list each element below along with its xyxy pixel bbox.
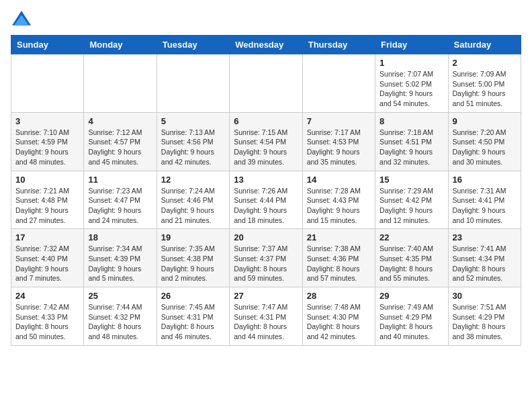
cell-info: Sunrise: 7:07 AM Sunset: 5:02 PM Dayligh… xyxy=(380,69,443,109)
cell-day-number: 28 xyxy=(307,291,371,301)
cell-info: Sunrise: 7:10 AM Sunset: 4:59 PM Dayligh… xyxy=(15,128,79,167)
calendar-header: SundayMondayTuesdayWednesdayThursdayFrid… xyxy=(11,36,521,54)
week-row-3: 10Sunrise: 7:21 AM Sunset: 4:48 PM Dayli… xyxy=(11,171,521,229)
calendar-cell: 9Sunrise: 7:20 AM Sunset: 4:50 PM Daylig… xyxy=(448,112,521,171)
cell-day-number: 5 xyxy=(161,116,225,126)
cell-info: Sunrise: 7:24 AM Sunset: 4:46 PM Dayligh… xyxy=(161,186,225,226)
calendar-cell: 13Sunrise: 7:26 AM Sunset: 4:44 PM Dayli… xyxy=(230,171,302,229)
weekday-row: SundayMondayTuesdayWednesdayThursdayFrid… xyxy=(11,36,521,54)
cell-info: Sunrise: 7:28 AM Sunset: 4:43 PM Dayligh… xyxy=(307,186,371,226)
cell-day-number: 7 xyxy=(307,116,371,126)
week-row-1: 1Sunrise: 7:07 AM Sunset: 5:02 PM Daylig… xyxy=(11,54,521,113)
calendar-cell: 10Sunrise: 7:21 AM Sunset: 4:48 PM Dayli… xyxy=(11,171,84,229)
cell-info: Sunrise: 7:32 AM Sunset: 4:40 PM Dayligh… xyxy=(15,244,79,283)
cell-info: Sunrise: 7:21 AM Sunset: 4:48 PM Dayligh… xyxy=(15,186,79,226)
cell-info: Sunrise: 7:40 AM Sunset: 4:35 PM Dayligh… xyxy=(380,244,443,283)
calendar-cell: 7Sunrise: 7:17 AM Sunset: 4:53 PM Daylig… xyxy=(302,112,375,171)
calendar-cell: 4Sunrise: 7:12 AM Sunset: 4:57 PM Daylig… xyxy=(84,112,157,171)
weekday-header-wednesday: Wednesday xyxy=(230,36,302,54)
cell-day-number: 23 xyxy=(453,232,517,242)
cell-info: Sunrise: 7:26 AM Sunset: 4:44 PM Dayligh… xyxy=(234,186,298,226)
calendar-cell: 21Sunrise: 7:38 AM Sunset: 4:36 PM Dayli… xyxy=(302,229,375,287)
weekday-header-monday: Monday xyxy=(84,36,157,54)
weekday-header-saturday: Saturday xyxy=(448,36,521,54)
calendar-cell: 22Sunrise: 7:40 AM Sunset: 4:35 PM Dayli… xyxy=(375,229,448,287)
cell-day-number: 18 xyxy=(88,232,152,242)
cell-info: Sunrise: 7:45 AM Sunset: 4:31 PM Dayligh… xyxy=(161,302,225,342)
calendar-cell: 2Sunrise: 7:09 AM Sunset: 5:00 PM Daylig… xyxy=(448,54,521,113)
calendar-cell: 20Sunrise: 7:37 AM Sunset: 4:37 PM Dayli… xyxy=(230,229,302,287)
cell-info: Sunrise: 7:38 AM Sunset: 4:36 PM Dayligh… xyxy=(307,244,371,283)
cell-day-number: 9 xyxy=(453,116,517,126)
cell-day-number: 25 xyxy=(88,291,152,301)
cell-day-number: 3 xyxy=(15,116,79,126)
calendar-table: SundayMondayTuesdayWednesdayThursdayFrid… xyxy=(11,35,521,346)
cell-info: Sunrise: 7:49 AM Sunset: 4:29 PM Dayligh… xyxy=(380,302,443,342)
cell-day-number: 22 xyxy=(380,232,443,242)
cell-day-number: 26 xyxy=(161,291,225,301)
weekday-header-friday: Friday xyxy=(375,36,448,54)
calendar-cell: 6Sunrise: 7:15 AM Sunset: 4:54 PM Daylig… xyxy=(230,112,302,171)
cell-day-number: 13 xyxy=(234,175,298,185)
cell-info: Sunrise: 7:44 AM Sunset: 4:32 PM Dayligh… xyxy=(88,302,152,342)
weekday-header-thursday: Thursday xyxy=(302,36,375,54)
cell-info: Sunrise: 7:34 AM Sunset: 4:39 PM Dayligh… xyxy=(88,244,152,283)
calendar-cell: 11Sunrise: 7:23 AM Sunset: 4:47 PM Dayli… xyxy=(84,171,157,229)
calendar-cell xyxy=(157,54,229,113)
cell-info: Sunrise: 7:20 AM Sunset: 4:50 PM Dayligh… xyxy=(453,128,517,167)
cell-info: Sunrise: 7:31 AM Sunset: 4:41 PM Dayligh… xyxy=(453,186,517,226)
cell-day-number: 12 xyxy=(161,175,225,185)
week-row-2: 3Sunrise: 7:10 AM Sunset: 4:59 PM Daylig… xyxy=(11,112,521,171)
cell-info: Sunrise: 7:41 AM Sunset: 4:34 PM Dayligh… xyxy=(453,244,517,283)
cell-info: Sunrise: 7:09 AM Sunset: 5:00 PM Dayligh… xyxy=(453,69,517,109)
cell-day-number: 11 xyxy=(88,175,152,185)
calendar-cell: 12Sunrise: 7:24 AM Sunset: 4:46 PM Dayli… xyxy=(157,171,229,229)
calendar-cell: 29Sunrise: 7:49 AM Sunset: 4:29 PM Dayli… xyxy=(375,287,448,346)
logo-icon xyxy=(11,11,32,30)
calendar-cell xyxy=(230,54,302,113)
calendar-body: 1Sunrise: 7:07 AM Sunset: 5:02 PM Daylig… xyxy=(11,54,521,346)
cell-day-number: 8 xyxy=(380,116,443,126)
calendar-cell: 23Sunrise: 7:41 AM Sunset: 4:34 PM Dayli… xyxy=(448,229,521,287)
calendar-cell: 18Sunrise: 7:34 AM Sunset: 4:39 PM Dayli… xyxy=(84,229,157,287)
cell-info: Sunrise: 7:37 AM Sunset: 4:37 PM Dayligh… xyxy=(234,244,298,283)
cell-info: Sunrise: 7:51 AM Sunset: 4:29 PM Dayligh… xyxy=(453,302,517,342)
calendar-cell: 16Sunrise: 7:31 AM Sunset: 4:41 PM Dayli… xyxy=(448,171,521,229)
calendar-cell: 26Sunrise: 7:45 AM Sunset: 4:31 PM Dayli… xyxy=(157,287,229,346)
cell-day-number: 4 xyxy=(88,116,152,126)
cell-day-number: 2 xyxy=(453,58,517,68)
calendar-cell xyxy=(84,54,157,113)
cell-info: Sunrise: 7:18 AM Sunset: 4:51 PM Dayligh… xyxy=(380,128,443,167)
cell-info: Sunrise: 7:48 AM Sunset: 4:30 PM Dayligh… xyxy=(307,302,371,342)
calendar-cell: 15Sunrise: 7:29 AM Sunset: 4:42 PM Dayli… xyxy=(375,171,448,229)
weekday-header-sunday: Sunday xyxy=(11,36,84,54)
cell-info: Sunrise: 7:17 AM Sunset: 4:53 PM Dayligh… xyxy=(307,128,371,167)
week-row-5: 24Sunrise: 7:42 AM Sunset: 4:33 PM Dayli… xyxy=(11,287,521,346)
cell-info: Sunrise: 7:12 AM Sunset: 4:57 PM Dayligh… xyxy=(88,128,152,167)
calendar-cell: 17Sunrise: 7:32 AM Sunset: 4:40 PM Dayli… xyxy=(11,229,84,287)
week-row-4: 17Sunrise: 7:32 AM Sunset: 4:40 PM Dayli… xyxy=(11,229,521,287)
calendar-cell: 30Sunrise: 7:51 AM Sunset: 4:29 PM Dayli… xyxy=(448,287,521,346)
calendar-cell: 8Sunrise: 7:18 AM Sunset: 4:51 PM Daylig… xyxy=(375,112,448,171)
cell-day-number: 10 xyxy=(15,175,79,185)
calendar-cell: 3Sunrise: 7:10 AM Sunset: 4:59 PM Daylig… xyxy=(11,112,84,171)
calendar-cell xyxy=(302,54,375,113)
cell-day-number: 24 xyxy=(15,291,79,301)
calendar-cell: 5Sunrise: 7:13 AM Sunset: 4:56 PM Daylig… xyxy=(157,112,229,171)
cell-day-number: 29 xyxy=(380,291,443,301)
cell-day-number: 14 xyxy=(307,175,371,185)
cell-day-number: 27 xyxy=(234,291,298,301)
weekday-header-tuesday: Tuesday xyxy=(157,36,229,54)
cell-info: Sunrise: 7:15 AM Sunset: 4:54 PM Dayligh… xyxy=(234,128,298,167)
cell-day-number: 21 xyxy=(307,232,371,242)
calendar-cell: 25Sunrise: 7:44 AM Sunset: 4:32 PM Dayli… xyxy=(84,287,157,346)
cell-info: Sunrise: 7:35 AM Sunset: 4:38 PM Dayligh… xyxy=(161,244,225,283)
logo xyxy=(11,11,35,30)
cell-day-number: 30 xyxy=(453,291,517,301)
cell-info: Sunrise: 7:42 AM Sunset: 4:33 PM Dayligh… xyxy=(15,302,79,342)
cell-day-number: 6 xyxy=(234,116,298,126)
calendar-cell: 14Sunrise: 7:28 AM Sunset: 4:43 PM Dayli… xyxy=(302,171,375,229)
header xyxy=(11,11,521,30)
cell-day-number: 20 xyxy=(234,232,298,242)
cell-day-number: 19 xyxy=(161,232,225,242)
